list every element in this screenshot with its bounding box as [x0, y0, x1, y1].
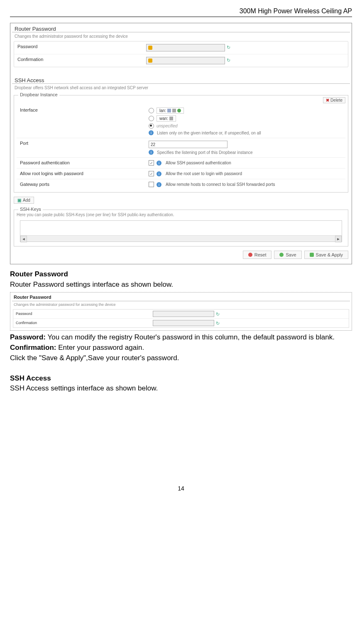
ssh-keys-legend: SSH-Keys — [18, 207, 43, 212]
save-apply-button[interactable]: Save & Apply — [304, 251, 348, 259]
ssh-keys-desc: Here you can paste public SSH-Keys (one … — [17, 212, 345, 219]
row-password-auth: Password authentication ✓ i Allow SSH pa… — [17, 158, 345, 168]
checkbox-password-auth[interactable]: ✓ — [149, 160, 154, 166]
refresh-icon[interactable] — [216, 321, 220, 325]
doc-heading-ssh-access: SSH Access — [10, 373, 352, 384]
info-icon: i — [157, 171, 161, 176]
label-interface: Interface — [20, 107, 149, 112]
doc-intro-router-password: Router Password settings interface as sh… — [10, 280, 352, 290]
doc-para-confirmation: Confirmation: Enter your password again. — [10, 343, 352, 353]
screenshot-admin-page: Router Password Changes the administrato… — [10, 23, 352, 264]
root-login-note: Allow the root user to login with passwo… — [166, 171, 242, 176]
ss2-confirmation-input[interactable] — [153, 320, 214, 326]
label-password-auth: Password authentication — [20, 160, 149, 165]
radio-unspecified[interactable] — [149, 123, 154, 129]
info-icon: i — [157, 161, 161, 166]
ss2-desc: Changes the administrator password for a… — [11, 301, 351, 309]
checkbox-gateway-ports[interactable] — [149, 182, 154, 187]
scroll-right-button[interactable]: ► — [335, 236, 342, 242]
net-icon — [167, 109, 171, 112]
dropbear-legend: Dropbear Instance — [18, 92, 59, 97]
section-desc-router-password: Changes the administrator password for a… — [10, 32, 352, 41]
label-confirmation: Confirmation — [17, 57, 146, 62]
doc-para-click: Click the "Save & Apply",Save your route… — [10, 353, 352, 363]
apply-icon — [310, 253, 314, 257]
row-confirmation: Confirmation — [14, 54, 348, 67]
ss2-title: Router Password — [12, 293, 350, 301]
router-password-form: Password Confirmation — [14, 41, 348, 67]
label-root-login: Allow root logins with password — [20, 171, 149, 176]
label-password: Password — [17, 44, 146, 49]
password-auth-note: Allow SSH password authentication — [166, 161, 231, 165]
save-apply-label: Save & Apply — [316, 252, 343, 257]
add-button[interactable]: ▣ Add — [14, 197, 34, 204]
interface-note: Listen only on the given interface or, i… — [157, 131, 261, 135]
checkbox-root-login[interactable]: ✓ — [149, 171, 154, 176]
section-title-ssh-access: SSH Access — [12, 75, 350, 84]
gateway-ports-note: Allow remote hosts to connect to local S… — [166, 182, 275, 187]
doc-heading-router-password: Router Password — [10, 269, 352, 280]
scroll-left-button[interactable]: ◄ — [20, 236, 27, 242]
ss2-row-confirmation: Confirmation — [13, 319, 349, 327]
label-unspecified: unspecified — [157, 124, 178, 128]
iface-lan: lan: — [157, 107, 184, 114]
key-icon — [154, 322, 158, 325]
key-icon — [148, 59, 152, 63]
ss2-label-confirmation: Confirmation — [16, 320, 153, 326]
reset-button[interactable]: Reset — [243, 251, 272, 259]
info-icon: i — [149, 130, 154, 135]
password-input[interactable] — [146, 44, 225, 51]
action-bar: Reset Save Save & Apply — [14, 251, 348, 259]
save-button[interactable]: Save — [274, 251, 301, 259]
refresh-icon[interactable] — [216, 312, 220, 316]
doc-para-password: Password: You can modify the registry Ro… — [10, 332, 352, 343]
page-header: 300M High Power Wireless Ceiling AP — [10, 5, 352, 17]
ssh-keys-textarea[interactable]: ◄ ► — [20, 220, 342, 242]
reset-icon — [248, 253, 252, 257]
add-icon: ▣ — [17, 198, 21, 202]
refresh-icon[interactable] — [227, 59, 231, 63]
add-label: Add — [23, 198, 30, 202]
scrollbar[interactable]: ◄ ► — [20, 235, 342, 242]
port-note: Specifies the listening port of this Dro… — [157, 150, 253, 155]
key-icon — [154, 312, 158, 316]
net-icon — [172, 109, 176, 112]
row-port: Port 22 iSpecifies the listening port of… — [17, 138, 345, 158]
delete-button[interactable]: ✖ Delete — [323, 97, 345, 103]
doc-intro-ssh-access: SSH Access settings interface as shown b… — [10, 383, 352, 394]
dropbear-fieldset: Dropbear Instance ✖ Delete Interface lan… — [14, 95, 348, 193]
section-title-router-password: Router Password — [12, 23, 350, 32]
save-label: Save — [286, 252, 296, 257]
page-number: 14 — [10, 485, 352, 492]
screenshot-router-password: Router Password Changes the administrato… — [10, 292, 352, 331]
row-gateway-ports: Gateway ports i Allow remote hosts to co… — [17, 179, 345, 190]
iface-wan: wan: — [157, 115, 176, 122]
ss2-label-password: Password — [16, 311, 153, 317]
row-password: Password — [14, 41, 348, 54]
row-root-login: Allow root logins with password ✓ i Allo… — [17, 168, 345, 179]
label-gateway-ports: Gateway ports — [20, 182, 149, 187]
label-port: Port — [20, 141, 149, 146]
radio-lan[interactable] — [149, 108, 154, 113]
row-interface: Interface lan: wan: unspecified iListe — [17, 105, 345, 138]
confirmation-input[interactable] — [146, 57, 225, 64]
ssh-keys-fieldset: SSH-Keys Here you can paste public SSH-K… — [14, 210, 348, 246]
key-icon — [148, 46, 152, 50]
section-desc-ssh-access: Dropbear offers SSH network shell access… — [10, 84, 352, 93]
ss2-password-input[interactable] — [153, 311, 214, 317]
ss2-row-password: Password — [13, 310, 349, 319]
info-icon: i — [157, 182, 161, 187]
net-icon — [177, 109, 181, 112]
save-icon — [279, 253, 284, 257]
port-input[interactable]: 22 — [149, 141, 227, 148]
close-icon: ✖ — [326, 98, 329, 102]
refresh-icon[interactable] — [227, 46, 231, 50]
delete-label: Delete — [330, 98, 342, 102]
net-icon — [169, 117, 173, 120]
info-icon: i — [149, 150, 154, 155]
reset-label: Reset — [254, 252, 267, 257]
radio-wan[interactable] — [149, 116, 154, 121]
